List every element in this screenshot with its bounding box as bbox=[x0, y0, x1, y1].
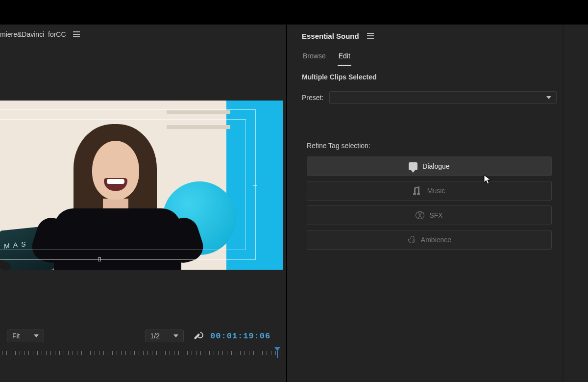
resolution-dropdown[interactable]: 1/2 bbox=[145, 330, 184, 342]
music-icon bbox=[414, 187, 422, 195]
sequence-tab-title[interactable]: miere&Davinci_forCC bbox=[0, 30, 66, 38]
timecode-display[interactable]: 00:01:19:06 bbox=[210, 331, 270, 341]
safe-margin-inner bbox=[0, 119, 246, 250]
zoom-dropdown[interactable]: Fit bbox=[7, 330, 44, 342]
sequence-tab-bar: miere&Davinci_forCC bbox=[0, 25, 286, 44]
app-frame: miere&Davinci_forCC bbox=[0, 25, 588, 382]
chevron-down-icon bbox=[173, 334, 178, 337]
chevron-down-icon bbox=[546, 96, 551, 99]
tag-ambience-button[interactable]: Ambience bbox=[307, 230, 552, 250]
preset-dropdown[interactable] bbox=[329, 91, 557, 104]
refine-tag-label: Refine Tag selection: bbox=[296, 113, 563, 156]
tab-browse[interactable]: Browse bbox=[302, 50, 327, 66]
tab-edit[interactable]: Edit bbox=[338, 50, 351, 66]
viewer-controls-bar: Fit 1/2 00:01:19:06 bbox=[0, 328, 286, 344]
playhead-icon[interactable] bbox=[274, 347, 280, 351]
sfx-icon bbox=[416, 211, 424, 219]
resolution-value: 1/2 bbox=[150, 332, 160, 340]
tag-label: SFX bbox=[429, 211, 442, 219]
panel-header: Essential Sound bbox=[296, 25, 563, 47]
panel-menu-icon[interactable] bbox=[71, 29, 82, 39]
tag-music-button[interactable]: Music bbox=[307, 181, 552, 201]
zoom-value: Fit bbox=[12, 332, 20, 340]
safe-margin-handle-bottom[interactable] bbox=[98, 257, 101, 261]
chevron-down-icon bbox=[34, 334, 39, 337]
tag-label: Ambience bbox=[421, 236, 451, 244]
tag-label: Dialogue bbox=[422, 162, 449, 170]
tag-sfx-button[interactable]: SFX bbox=[307, 205, 552, 225]
program-viewer[interactable] bbox=[0, 101, 283, 270]
preset-label: Preset: bbox=[302, 94, 323, 102]
ambience-icon bbox=[407, 236, 416, 244]
essential-sound-panel: Essential Sound Browse Edit Multiple Cli… bbox=[287, 25, 588, 382]
dialogue-icon bbox=[409, 162, 417, 170]
panel-title: Essential Sound bbox=[302, 32, 359, 40]
tag-label: Music bbox=[427, 187, 445, 195]
program-monitor-pane: miere&Davinci_forCC bbox=[0, 25, 287, 382]
tag-dialogue-button[interactable]: Dialogue bbox=[307, 156, 552, 176]
settings-wrench-icon[interactable] bbox=[193, 331, 201, 340]
time-ruler[interactable] bbox=[2, 345, 284, 356]
selection-status: Multiple Clips Selected bbox=[296, 66, 563, 86]
preset-row: Preset: bbox=[296, 86, 563, 113]
viewer-area bbox=[0, 44, 286, 270]
panel-tabs: Browse Edit bbox=[296, 47, 563, 66]
safe-margin-handle-right[interactable] bbox=[253, 185, 257, 186]
panel-menu-icon[interactable] bbox=[365, 31, 376, 41]
